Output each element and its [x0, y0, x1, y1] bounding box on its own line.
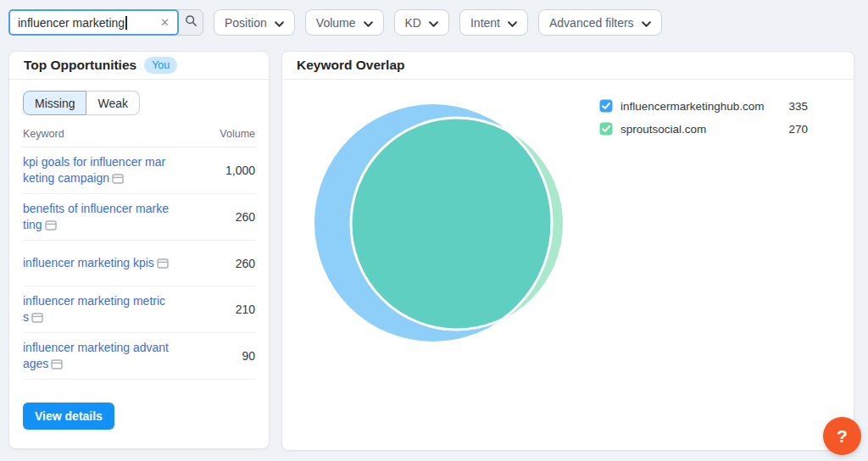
filter-advanced-label: Advanced filters: [549, 16, 634, 30]
serp-features-icon: [31, 313, 43, 323]
filter-volume[interactable]: Volume: [305, 9, 384, 36]
keyword-link[interactable]: influencer marketing metrics: [23, 293, 169, 325]
clear-icon[interactable]: ✕: [155, 17, 170, 28]
question-mark-icon: ?: [837, 426, 848, 447]
venn-legend: influencermarketinghub.com 335 sproutsoc…: [599, 99, 808, 145]
keyword-link[interactable]: influencer marketing kpis: [23, 255, 169, 271]
volume-value: 260: [236, 257, 255, 270]
column-volume: Volume: [220, 128, 255, 140]
view-details-button[interactable]: View details: [23, 403, 114, 430]
panel-title: Top Opportunities: [24, 58, 136, 73]
search-input[interactable]: influencer marketing ✕: [8, 9, 179, 36]
panel-body: Missing Weak Keyword Volume kpi goals fo…: [9, 80, 269, 430]
volume-value: 260: [236, 210, 255, 224]
keyword-overlap-panel: Keyword Overlap influencermarketinghub.c…: [281, 51, 854, 451]
chevron-down-icon: [508, 16, 517, 30]
filter-intent-label: Intent: [470, 16, 500, 30]
legend-domain: influencermarketinghub.com: [620, 100, 781, 113]
serp-features-icon: [45, 220, 57, 230]
tab-missing[interactable]: Missing: [23, 91, 86, 115]
filter-position-label: Position: [225, 16, 267, 30]
volume-value: 90: [242, 349, 255, 363]
search-value: influencer marketing: [18, 16, 125, 30]
filter-volume-label: Volume: [316, 16, 356, 30]
filter-advanced[interactable]: Advanced filters: [538, 9, 662, 36]
table-row: benefits of influencer marketing 260: [23, 194, 255, 241]
volume-value: 210: [236, 303, 255, 316]
table-row: kpi goals for influencer marketing campa…: [23, 147, 255, 194]
legend-domain: sproutsocial.com: [620, 123, 781, 136]
legend-value: 335: [788, 100, 808, 113]
help-button[interactable]: ?: [823, 417, 861, 455]
serp-features-icon: [112, 174, 124, 184]
chevron-down-icon: [364, 16, 373, 30]
keyword-link[interactable]: benefits of influencer marketing: [23, 201, 169, 233]
table-row: influencer marketing advantages 90: [23, 333, 255, 380]
filter-kd-label: KD: [405, 16, 421, 30]
keyword-link[interactable]: influencer marketing advantages: [23, 340, 169, 372]
panel-header: Top Opportunities You: [9, 52, 269, 80]
keyword-table: kpi goals for influencer marketing campa…: [23, 147, 255, 380]
filter-position[interactable]: Position: [214, 9, 295, 36]
checkbox-checked-icon[interactable]: [599, 122, 613, 136]
chevron-down-icon: [429, 16, 438, 30]
text-caret: [125, 16, 127, 30]
filter-kd[interactable]: KD: [394, 9, 449, 36]
checkbox-checked-icon[interactable]: [599, 99, 613, 113]
legend-row: sproutsocial.com 270: [599, 122, 808, 136]
search-group: influencer marketing ✕: [8, 9, 203, 36]
legend-row: influencermarketinghub.com 335: [599, 99, 808, 113]
panel-title: Keyword Overlap: [297, 58, 405, 73]
missing-weak-toggle: Missing Weak: [23, 91, 140, 115]
panel-header: Keyword Overlap: [282, 52, 854, 80]
chevron-down-icon: [275, 16, 284, 30]
serp-features-icon: [157, 258, 169, 269]
chevron-down-icon: [642, 16, 651, 30]
table-row: influencer marketing kpis 260: [23, 241, 255, 286]
table-header: Keyword Volume: [23, 128, 255, 147]
you-badge: You: [144, 57, 177, 74]
search-button[interactable]: [176, 9, 203, 36]
search-icon: [185, 14, 198, 31]
column-keyword: Keyword: [23, 128, 64, 140]
table-row: influencer marketing metrics 210: [23, 286, 255, 333]
volume-value: 1,000: [225, 164, 255, 177]
legend-value: 270: [788, 123, 808, 136]
top-opportunities-panel: Top Opportunities You Missing Weak Keywo…: [8, 51, 270, 449]
tab-weak[interactable]: Weak: [86, 91, 140, 115]
serp-features-icon: [51, 359, 63, 369]
keyword-link[interactable]: kpi goals for influencer marketing campa…: [23, 154, 169, 186]
filter-intent[interactable]: Intent: [459, 9, 528, 36]
toolbar: influencer marketing ✕ Position Volume K…: [8, 9, 662, 36]
